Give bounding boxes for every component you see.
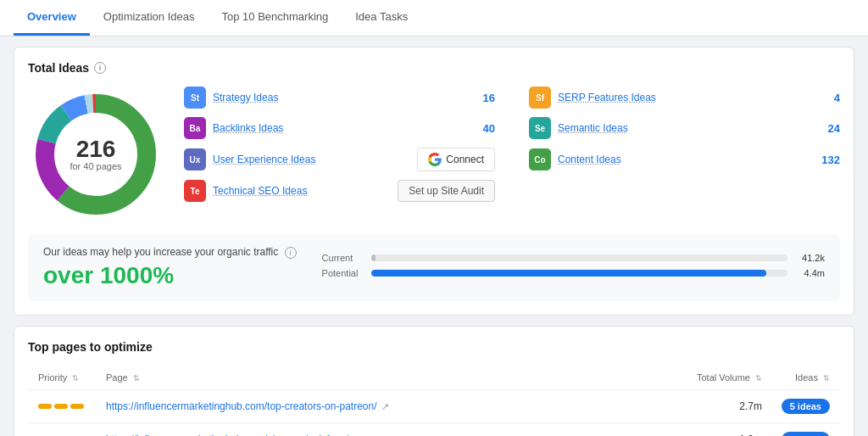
donut-chart: 216 for 40 pages (28, 87, 164, 222)
top-pages-card: Top pages to optimize Priority ⇅ Page ⇅ … (14, 326, 854, 436)
traffic-headline-text: Our ideas may help you increase your org… (43, 246, 297, 259)
content-count: 132 (815, 154, 840, 166)
traffic-bars: Current 41.2k Potential 4.4m (322, 253, 825, 283)
col-header-volume[interactable]: Total Volume ⇅ (660, 372, 762, 383)
priority-cell (38, 404, 106, 409)
info-icon[interactable]: i (94, 62, 106, 74)
semantic-count: 24 (815, 122, 840, 135)
table-row: https://influencermarketinghub.com/top-c… (28, 390, 840, 423)
top-pages-title: Top pages to optimize (28, 340, 840, 354)
content-badge: Co (529, 148, 551, 170)
sort-priority-icon: ⇅ (72, 374, 79, 383)
page-cell: https://influencermarketinghub.com/top-c… (106, 400, 660, 412)
ideas-cell: 7 ideas (762, 432, 830, 436)
total-ideas-card: Total Ideas i (14, 47, 854, 316)
ideas-grid: St Strategy Ideas 16 Sf SERP Features Id… (184, 87, 840, 202)
semantic-badge: Se (529, 117, 551, 139)
external-link-icon: ↗ (381, 401, 389, 412)
technical-badge: Te (184, 180, 206, 202)
priority-dot (70, 404, 84, 409)
idea-item-content: Co Content Ideas 132 (529, 148, 840, 171)
serp-ideas-link[interactable]: SERP Features Ideas (558, 92, 808, 103)
col-header-ideas[interactable]: Ideas ⇅ (762, 372, 830, 383)
backlinks-count: 40 (470, 122, 495, 135)
bar-track-current (371, 254, 787, 261)
serp-count: 4 (815, 92, 840, 104)
strategy-ideas-link[interactable]: Strategy Ideas (213, 92, 463, 103)
content-ideas-link[interactable]: Content Ideas (558, 154, 808, 165)
col-header-page[interactable]: Page ⇅ (106, 372, 660, 383)
traffic-info-icon[interactable]: i (285, 247, 297, 259)
page-link[interactable]: https://influencermarketinghub.com/top-c… (106, 400, 660, 412)
idea-item-serp: Sf SERP Features Ideas 4 (529, 87, 840, 109)
table-row: https://influencermarketinghub.com/gloss… (28, 423, 840, 436)
setup-audit-button[interactable]: Set up Site Audit (398, 180, 495, 202)
main-nav: Overview Optimization Ideas Top 10 Bench… (0, 0, 868, 36)
google-g-icon (428, 153, 442, 166)
semantic-ideas-link[interactable]: Semantic Ideas (558, 122, 808, 134)
bar-row-potential: Potential 4.4m (322, 268, 825, 278)
volume-cell: 2.7m (660, 400, 762, 412)
bar-label-potential: Potential (322, 268, 364, 278)
ideas-cell: 5 ideas (762, 399, 830, 414)
donut-center: 216 for 40 pages (70, 137, 121, 171)
ideas-pill[interactable]: 7 ideas (782, 432, 830, 436)
sort-ideas-icon: ⇅ (823, 374, 830, 383)
priority-dots (38, 404, 106, 409)
idea-item-ux: Ux User Experience Ideas Connect (184, 148, 495, 171)
nav-idea-tasks[interactable]: Idea Tasks (342, 0, 421, 36)
traffic-section: Our ideas may help you increase your org… (28, 234, 840, 301)
priority-dot (54, 404, 68, 409)
bar-track-potential (371, 270, 787, 277)
strategy-badge: St (184, 87, 206, 109)
col-header-priority[interactable]: Priority ⇅ (38, 372, 106, 383)
serp-badge: Sf (529, 87, 551, 109)
ux-badge: Ux (184, 148, 206, 170)
donut-number: 216 (70, 137, 121, 161)
strategy-count: 16 (470, 92, 495, 104)
total-ideas-content: 216 for 40 pages St Strategy Ideas 16 Sf… (28, 87, 840, 222)
main-content: Total Ideas i (0, 36, 868, 436)
priority-dot (38, 404, 52, 409)
traffic-headline: Our ideas may help you increase your org… (43, 246, 297, 289)
bar-label-current: Current (322, 253, 364, 263)
donut-label: for 40 pages (70, 161, 121, 171)
traffic-percent: over 1000% (43, 262, 297, 289)
table-header: Priority ⇅ Page ⇅ Total Volume ⇅ Ideas ⇅ (28, 366, 840, 390)
ideas-pill[interactable]: 5 ideas (782, 399, 830, 414)
sort-volume-icon: ⇅ (755, 374, 762, 383)
bar-value-potential: 4.4m (794, 268, 825, 278)
nav-overview[interactable]: Overview (14, 0, 90, 36)
bar-fill-current (371, 254, 376, 261)
total-ideas-title: Total Ideas i (28, 61, 840, 75)
connect-button[interactable]: Connect (417, 148, 495, 171)
idea-item-backlinks: Ba Backlinks Ideas 40 (184, 117, 495, 139)
idea-item-strategy: St Strategy Ideas 16 (184, 87, 495, 109)
bar-value-current: 41.2k (794, 253, 825, 263)
nav-benchmarking[interactable]: Top 10 Benchmarking (209, 0, 342, 36)
sort-page-icon: ⇅ (133, 374, 140, 383)
ux-ideas-link[interactable]: User Experience Ideas (213, 154, 410, 165)
backlinks-badge: Ba (184, 117, 206, 139)
idea-item-semantic: Se Semantic Ideas 24 (529, 117, 840, 139)
bar-row-current: Current 41.2k (322, 253, 825, 263)
technical-ideas-link[interactable]: Technical SEO Ideas (213, 185, 391, 197)
idea-item-technical: Te Technical SEO Ideas Set up Site Audit (184, 180, 495, 202)
nav-optimization-ideas[interactable]: Optimization Ideas (90, 0, 209, 36)
bar-fill-potential (371, 270, 767, 277)
backlinks-ideas-link[interactable]: Backlinks Ideas (213, 122, 463, 134)
